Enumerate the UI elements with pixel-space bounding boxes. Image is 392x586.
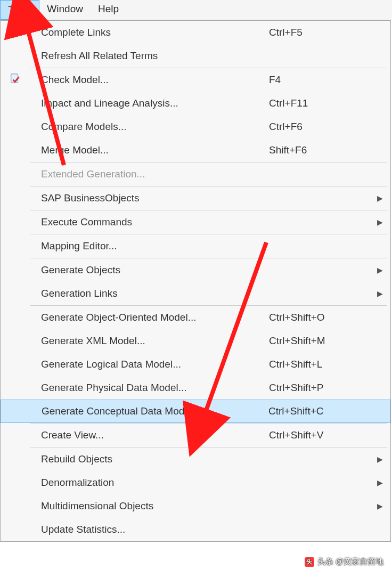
- menu-item-shortcut: Ctrl+F5: [269, 27, 370, 38]
- menu-item-generate-objects[interactable]: Generate Objects▶: [1, 258, 390, 282]
- menu-item-complete-links[interactable]: Complete LinksCtrl+F5: [1, 21, 390, 44]
- menu-item-generate-object-oriented-model[interactable]: Generate Object-Oriented Model...Ctrl+Sh…: [1, 306, 390, 329]
- menu-item-mapping-editor[interactable]: Mapping Editor...: [1, 234, 390, 258]
- menu-item-generate-logical-data-model[interactable]: Generate Logical Data Model...Ctrl+Shift…: [1, 353, 390, 376]
- watermark-logo-icon: 头: [305, 557, 314, 567]
- menu-item-label: Update Statistics...: [30, 524, 269, 535]
- menu-item-impact-and-lineage-analysis[interactable]: Impact and Lineage Analysis...Ctrl+F11: [1, 92, 390, 115]
- menu-item-label: Create View...: [30, 429, 269, 441]
- menu-item-extended-generation[interactable]: Extended Generation...: [1, 162, 390, 186]
- menu-item-label: Generation Links: [30, 288, 269, 299]
- menu-item-label: Generate Physical Data Model...: [30, 382, 269, 394]
- submenu-arrow-icon: ▶: [370, 266, 383, 274]
- watermark-text: 头条 @黄家自留地: [317, 557, 383, 567]
- tools-dropdown-menu: Complete LinksCtrl+F5Refresh All Related…: [0, 20, 391, 542]
- menu-item-shortcut: Ctrl+Shift+P: [269, 382, 370, 394]
- menu-item-generate-xml-model[interactable]: Generate XML Model...Ctrl+Shift+M: [1, 329, 390, 353]
- refresh-icon: [10, 26, 21, 40]
- menu-item-shortcut: Ctrl+Shift+M: [269, 335, 370, 347]
- submenu-arrow-icon: ▶: [370, 455, 383, 463]
- menu-item-multidimensional-objects[interactable]: Multidimensional Objects▶: [1, 494, 390, 518]
- menu-item-label: Extended Generation...: [30, 168, 269, 180]
- menu-item-label: SAP BusinessObjects: [30, 192, 269, 204]
- submenu-arrow-icon: ▶: [370, 218, 383, 226]
- menu-item-label: Rebuild Objects: [30, 453, 269, 465]
- menu-item-generation-links[interactable]: Generation Links▶: [1, 282, 390, 305]
- menu-item-execute-commands[interactable]: Execute Commands▶: [1, 210, 390, 234]
- menu-item-label: Multidimensional Objects: [30, 500, 269, 512]
- submenu-arrow-icon: ▶: [370, 289, 383, 298]
- menu-item-shortcut: Ctrl+Shift+V: [269, 429, 370, 441]
- menu-item-update-statistics[interactable]: Update Statistics...: [1, 518, 390, 541]
- menu-item-shortcut: Ctrl+F6: [269, 121, 370, 133]
- menu-item-shortcut: Ctrl+Shift+C: [268, 405, 370, 417]
- menu-item-shortcut: Ctrl+Shift+O: [269, 312, 370, 323]
- menu-item-compare-models[interactable]: Compare Models...Ctrl+F6: [1, 115, 390, 139]
- menu-item-label: Execute Commands: [30, 216, 269, 228]
- menu-item-shortcut: F4: [269, 74, 370, 86]
- submenu-arrow-icon: ▶: [370, 194, 383, 202]
- menu-item-refresh-all-related-terms[interactable]: Refresh All Related Terms: [1, 44, 390, 68]
- menu-item-generate-physical-data-model[interactable]: Generate Physical Data Model...Ctrl+Shif…: [1, 376, 390, 400]
- menu-item-merge-model[interactable]: Merge Model...Shift+F6: [1, 139, 390, 162]
- menubar-item-window[interactable]: Window: [39, 0, 91, 20]
- menu-item-label: Check Model...: [30, 74, 269, 86]
- menu-item-label: Merge Model...: [30, 144, 269, 156]
- menu-item-shortcut: Ctrl+Shift+L: [269, 359, 370, 370]
- menu-item-create-view[interactable]: Create View...Ctrl+Shift+V: [1, 424, 390, 447]
- menu-item-label: Generate Logical Data Model...: [30, 359, 269, 370]
- menu-item-label: Generate XML Model...: [30, 335, 269, 347]
- menu-item-generate-conceptual-data-model[interactable]: Generate Conceptual Data Model...Ctrl+Sh…: [1, 400, 390, 423]
- menu-item-shortcut: Shift+F6: [269, 144, 370, 156]
- menu-item-denormalization[interactable]: Denormalization▶: [1, 471, 390, 494]
- menubar-item-tools[interactable]: Tools: [0, 0, 39, 20]
- menu-item-icon-col: [1, 26, 30, 40]
- menu-item-icon-col: [1, 73, 30, 87]
- menu-item-check-model[interactable]: Check Model...F4: [1, 68, 390, 92]
- menu-item-label: Compare Models...: [30, 121, 269, 133]
- menu-item-label: Denormalization: [30, 477, 269, 489]
- menubar-item-help[interactable]: Help: [91, 0, 126, 20]
- menu-item-label: Generate Objects: [30, 264, 269, 276]
- menu-item-shortcut: Ctrl+F11: [269, 97, 370, 109]
- menu-item-label: Generate Object-Oriented Model...: [30, 312, 269, 323]
- submenu-arrow-icon: ▶: [370, 502, 383, 510]
- submenu-arrow-icon: ▶: [370, 478, 383, 487]
- menu-item-label: Complete Links: [30, 27, 269, 38]
- menu-item-sap-businessobjects[interactable]: SAP BusinessObjects▶: [1, 186, 390, 210]
- menu-item-label: Mapping Editor...: [30, 240, 269, 252]
- menu-item-label: Refresh All Related Terms: [30, 50, 269, 62]
- check-doc-icon: [10, 73, 21, 87]
- menu-item-label: Generate Conceptual Data Model...: [31, 405, 268, 417]
- menubar: Tools Window Help: [0, 0, 392, 20]
- menu-item-label: Impact and Lineage Analysis...: [30, 97, 269, 109]
- menu-item-rebuild-objects[interactable]: Rebuild Objects▶: [1, 447, 390, 471]
- watermark: 头 头条 @黄家自留地: [305, 557, 383, 567]
